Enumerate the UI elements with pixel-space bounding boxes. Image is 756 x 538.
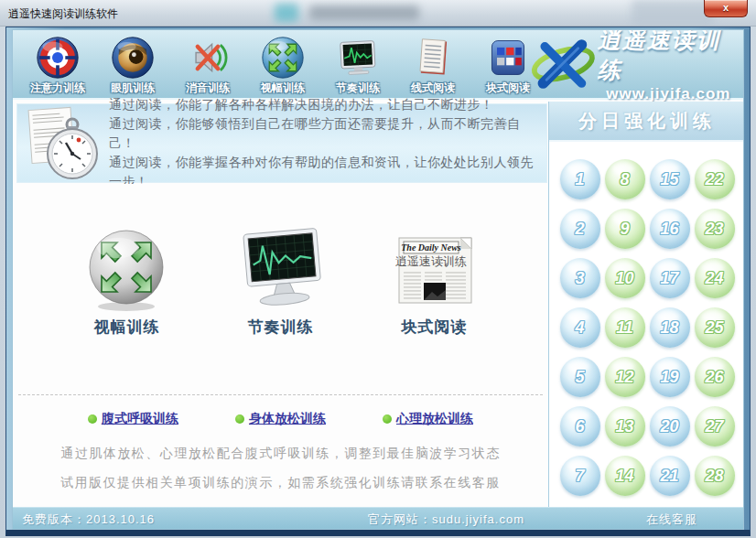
day-ball[interactable]: 16 (650, 209, 690, 249)
notes-block: 通过肌体放松、心理放松配合腹式呼吸训练，调整到最佳脑波学习状态 试用版仅提供相关… (13, 438, 548, 497)
green-dot-icon (235, 414, 244, 424)
toolbar-item-line-reading[interactable]: 线式阅读 (395, 36, 470, 96)
expand-icon (261, 36, 305, 80)
day-ball[interactable]: 15 (650, 159, 690, 199)
toolbar-item-label: 眼肌训练 (111, 81, 155, 96)
feature-block-reading[interactable]: The Daily News 逍遥速读训练 块式阅读 (384, 226, 485, 338)
toolbar-item-rhythm[interactable]: 节奏训练 (320, 36, 395, 96)
day-ball[interactable]: 14 (605, 456, 645, 496)
relax-link-label: 腹式呼吸训练 (102, 411, 178, 427)
online-support-button[interactable]: 在线客服 (643, 511, 701, 528)
day-ball[interactable]: 7 (560, 456, 600, 496)
status-bar: 免费版本：2013.10.16 官方网站：sudu.jiyifa.com 在线客… (13, 507, 743, 529)
note-line: 通过肌体放松、心理放松配合腹式呼吸训练，调整到最佳脑波学习状态 (13, 438, 548, 468)
intro-line: 通过阅读，你能了解各种各样解决困境的办法，让自己不断进步！ (109, 95, 546, 114)
green-dot-icon (383, 414, 392, 424)
newspaper-icon: The Daily News 逍遥速读训练 (389, 226, 481, 313)
day-ball[interactable]: 8 (605, 159, 645, 199)
green-dot-icon (88, 414, 97, 424)
relax-link-label: 身体放松训练 (249, 411, 326, 427)
relax-link[interactable]: 心理放松训练 (383, 411, 473, 427)
day-ball[interactable]: 2 (560, 209, 600, 249)
day-ball[interactable]: 26 (695, 357, 735, 397)
toolbar-item-label: 消音训练 (186, 81, 230, 96)
day-ball[interactable]: 12 (605, 357, 645, 397)
relax-link[interactable]: 腹式呼吸训练 (88, 411, 178, 427)
toolbar-item-label: 线式阅读 (411, 81, 455, 96)
toolbar-item-attention[interactable]: 注意力训练 (20, 36, 95, 96)
day-ball[interactable]: 13 (605, 406, 645, 447)
daily-grid: 1815222916233101724411182551219266132027… (549, 155, 744, 500)
background-blur-shape (275, 4, 298, 22)
newspaper-masthead: The Daily News (401, 242, 461, 253)
relax-links: 腹式呼吸训练身体放松训练心理放松训练 (13, 411, 548, 427)
day-ball[interactable]: 23 (695, 209, 735, 249)
day-ball[interactable]: 5 (560, 357, 600, 397)
relax-link[interactable]: 身体放松训练 (235, 411, 326, 427)
background-blur-shape (309, 5, 419, 20)
target-icon (36, 36, 80, 80)
day-ball[interactable]: 19 (650, 357, 690, 397)
daily-panel-title: 分日强化训练 (578, 109, 716, 134)
toolbar-item-label: 视幅训练 (261, 81, 305, 96)
rhythm-monitor-icon (230, 226, 332, 313)
day-ball[interactable]: 20 (650, 406, 690, 447)
brand-url: www.jiyifa.com (606, 85, 730, 103)
mute-icon (186, 36, 230, 80)
feature-label: 块式阅读 (402, 317, 468, 338)
day-ball[interactable]: 18 (650, 307, 690, 348)
close-button[interactable]: x (704, 0, 748, 17)
feature-label: 视幅训练 (94, 317, 160, 338)
day-ball[interactable]: 28 (695, 456, 735, 496)
app-frame: 注意力训练 (5, 27, 751, 536)
relax-link-label: 心理放松训练 (396, 411, 473, 427)
toolbar-item-vision-span[interactable]: 视幅训练 (245, 36, 320, 96)
toolbar-item-label: 节奏训练 (336, 81, 380, 96)
day-ball[interactable]: 9 (605, 209, 645, 249)
day-ball[interactable]: 6 (560, 406, 600, 447)
intro-banner: 通过阅读，你能了解各种各样解决困境的办法，让自己不断进步！ 通过阅读，你能够领悟… (16, 103, 547, 183)
window-title: 逍遥快速阅读训练软件 (8, 6, 118, 22)
dashed-divider (18, 394, 543, 395)
day-ball[interactable]: 24 (695, 258, 735, 298)
toolbar-item-mute[interactable]: 消音训练 (170, 36, 245, 96)
background-blur-shape (632, 0, 714, 27)
notepad-icon (411, 36, 455, 80)
day-ball[interactable]: 10 (605, 258, 645, 298)
toolbar-item-label: 注意力训练 (30, 81, 85, 96)
feature-vision-span[interactable]: 视幅训练 (77, 226, 178, 338)
day-ball[interactable]: 27 (695, 406, 735, 447)
feature-rhythm[interactable]: 节奏训练 (231, 226, 331, 338)
day-ball[interactable]: 3 (560, 258, 600, 298)
title-bar[interactable]: 逍遥快速阅读训练软件 x (0, 0, 756, 27)
rhythm-icon (336, 36, 380, 80)
day-ball[interactable]: 25 (695, 307, 735, 348)
main-toolbar: 注意力训练 (13, 30, 743, 100)
day-ball[interactable]: 21 (650, 456, 690, 496)
toolbar-item-label: 块式阅读 (486, 81, 530, 96)
feature-row: 视幅训练 (13, 226, 548, 338)
daily-panel-header: 分日强化训练 (549, 102, 744, 142)
toolbar-item-eye-muscle[interactable]: 眼肌训练 (95, 36, 170, 96)
expand-sphere-icon (83, 226, 170, 313)
day-ball[interactable]: 11 (605, 307, 645, 348)
blocks-icon (486, 36, 530, 80)
brand-x-icon (529, 37, 598, 91)
newspaper-subtitle: 逍遥速读训练 (395, 254, 467, 268)
version-label: 免费版本：2013.10.16 (22, 511, 155, 528)
feature-label: 节奏训练 (248, 317, 314, 338)
brand-title: 逍遥速读训练 (598, 29, 740, 85)
day-ball[interactable]: 1 (560, 159, 600, 199)
website-label: 官方网站：sudu.jiyifa.com (368, 511, 524, 528)
stopwatch-document-icon (25, 106, 103, 181)
eye-icon (111, 36, 155, 80)
app-content: 注意力训练 (12, 29, 744, 530)
brand-logo[interactable]: 逍遥速读训练 www.jiyifa.com (529, 33, 740, 95)
note-line: 试用版仅提供相关单项训练的演示，如需系统强化训练请联系在线客服 (13, 468, 548, 497)
day-ball[interactable]: 4 (560, 307, 600, 348)
intro-line: 通过阅读，你能够领悟到自己在哪些方面还需要提升，从而不断完善自己！ (109, 114, 546, 153)
day-ball[interactable]: 17 (650, 258, 690, 298)
day-ball[interactable]: 22 (695, 159, 735, 199)
daily-training-panel: 分日强化训练 181522291623310172441118255121926… (548, 102, 744, 507)
main-area: 视幅训练 (13, 184, 548, 507)
